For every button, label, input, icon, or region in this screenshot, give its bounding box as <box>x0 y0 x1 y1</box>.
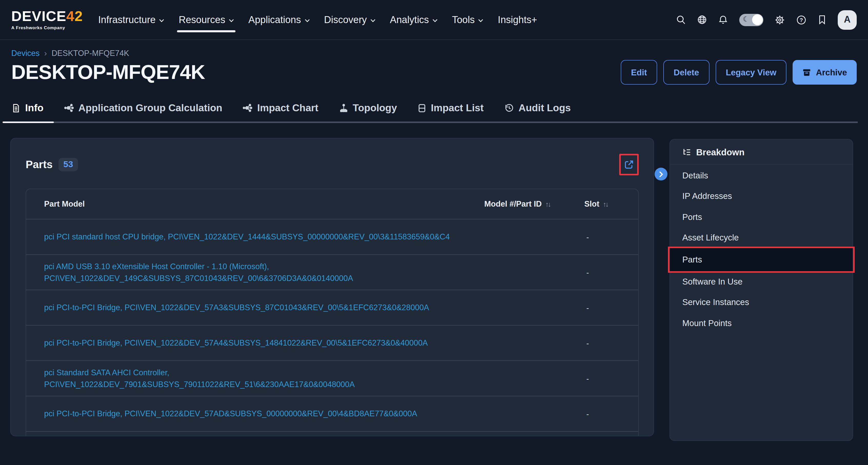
chevron-down-icon <box>432 19 438 22</box>
menu-item-discovery[interactable]: Discovery <box>317 0 383 40</box>
sort-icon[interactable]: ↑↓ <box>603 200 608 208</box>
svg-text:?: ? <box>800 17 803 23</box>
table-row: pci PCI standard host CPU bridge, PCI\VE… <box>26 220 638 255</box>
logo-tagline: A Freshworks Company <box>11 26 83 30</box>
user-avatar[interactable]: A <box>838 10 857 30</box>
sidebar-item-parts[interactable]: Parts <box>670 248 852 271</box>
menu-item-analytics[interactable]: Analytics <box>383 0 445 40</box>
slot-cell: - <box>584 374 638 383</box>
edit-button[interactable]: Edit <box>621 60 657 85</box>
part-model-link[interactable]: pci PCI standard host CPU bridge, PCI\VE… <box>26 231 484 243</box>
breadcrumb: Devices › DESKTOP-MFQE74K <box>11 49 857 58</box>
menu-item-infrastructure[interactable]: Infrastructure <box>91 0 172 40</box>
device-tabs: Info Application Group Calculation Impac… <box>10 98 858 123</box>
content-panels: Parts 53 Part Model Model #/Part ID↑↓ Sl… <box>10 138 858 441</box>
archive-button[interactable]: Archive <box>793 60 857 85</box>
menu-item-resources[interactable]: Resources <box>172 0 241 40</box>
settings-gear-icon[interactable] <box>775 14 785 25</box>
tab-application-group-calculation[interactable]: Application Group Calculation <box>63 98 223 122</box>
column-part-model: Part Model <box>26 199 484 209</box>
menu-item-applications[interactable]: Applications <box>241 0 317 40</box>
column-slot[interactable]: Slot↑↓ <box>584 199 638 209</box>
parts-table: Part Model Model #/Part ID↑↓ Slot↑↓ pci … <box>26 189 639 436</box>
tab-topology[interactable]: Topology <box>338 98 398 122</box>
parts-panel: Parts 53 Part Model Model #/Part ID↑↓ Sl… <box>10 138 654 436</box>
sidebar-item-asset-lifecycle[interactable]: Asset Lifecycle <box>670 227 852 248</box>
device42-app: DEVICE42 A Freshworks Company Infrastruc… <box>0 0 868 465</box>
main-menu: Infrastructure Resources Applications Di… <box>91 0 544 40</box>
toggle-knob <box>752 14 763 25</box>
breakdown-sidebar: Breakdown Details IP Addresses Ports Ass… <box>670 139 853 441</box>
part-model-link[interactable]: pci AMD USB 3.10 eXtensible Host Control… <box>26 260 484 284</box>
tab-impact-list[interactable]: Impact List <box>416 98 485 122</box>
sidebar-collapse-button[interactable] <box>655 168 668 180</box>
chevron-right-icon <box>659 171 663 177</box>
page-header: DESKTOP-MFQE74K Edit Delete Legacy View … <box>11 60 857 85</box>
delete-button[interactable]: Delete <box>663 60 709 85</box>
bookmark-icon[interactable] <box>818 15 827 25</box>
page-title: DESKTOP-MFQE74K <box>11 61 205 84</box>
list-tree-icon <box>682 148 691 157</box>
sitemap-icon <box>339 103 348 112</box>
breadcrumb-current: DESKTOP-MFQE74K <box>52 49 129 58</box>
table-row: pci Standard SATA AHCI Controller, PCI\V… <box>26 361 638 396</box>
table-row: pci PCI-to-PCI Bridge, PCI\VEN_1022&DEV_… <box>26 290 638 326</box>
sidebar-item-service-instances[interactable]: Service Instances <box>670 292 852 313</box>
breadcrumb-separator: › <box>44 49 47 58</box>
sidebar-item-software-in-use[interactable]: Software In Use <box>670 271 852 292</box>
tab-impact-chart[interactable]: Impact Chart <box>242 98 319 122</box>
moon-icon: ☾ <box>743 14 749 23</box>
part-model-link[interactable]: pci Standard SATA AHCI Controller, PCI\V… <box>26 367 484 390</box>
chevron-down-icon <box>159 19 164 22</box>
history-icon <box>504 103 514 113</box>
part-model-link[interactable]: pci PCI-to-PCI Bridge, PCI\VEN_1022&DEV_… <box>26 337 484 349</box>
chevron-down-icon <box>370 19 375 22</box>
sidebar-item-mount-points[interactable]: Mount Points <box>670 313 852 333</box>
slot-cell: - <box>584 339 638 347</box>
node-network-icon <box>64 103 73 113</box>
help-icon[interactable]: ? <box>796 14 806 25</box>
device42-logo[interactable]: DEVICE42 A Freshworks Company <box>11 9 83 30</box>
sidebar-item-ip-addresses[interactable]: IP Addresses <box>670 186 852 207</box>
search-icon[interactable] <box>676 15 686 25</box>
sort-icon[interactable]: ↑↓ <box>545 200 550 208</box>
external-link-icon <box>624 160 634 170</box>
chevron-down-icon <box>229 19 234 22</box>
tab-info[interactable]: Info <box>10 98 44 122</box>
globe-icon[interactable] <box>697 15 707 25</box>
breakdown-header: Breakdown <box>670 139 852 165</box>
document-icon <box>11 103 21 112</box>
parts-count-badge: 53 <box>58 158 78 171</box>
nav-utilities: ☾ ? A <box>676 10 857 30</box>
breadcrumb-devices-link[interactable]: Devices <box>11 49 39 58</box>
notifications-bell-icon[interactable] <box>718 15 728 25</box>
logo-wordmark: DEVICE42 <box>11 9 83 24</box>
menu-item-tools[interactable]: Tools <box>445 0 491 40</box>
part-model-link[interactable]: pci PCI-to-PCI Bridge, PCI\VEN_1022&DEV_… <box>26 302 484 314</box>
chevron-down-icon <box>478 19 484 22</box>
part-model-link[interactable]: pci PCI-to-PCI Bridge, PCI\VEN_1022&DEV_… <box>26 408 484 420</box>
page-actions: Edit Delete Legacy View Archive <box>621 60 857 85</box>
column-model-part-id[interactable]: Model #/Part ID↑↓ <box>484 199 584 209</box>
sidebar-item-ports[interactable]: Ports <box>670 207 852 227</box>
table-row: pci PCI-to-PCI Bridge, PCI\VEN_1022&DEV_… <box>26 326 638 361</box>
open-parts-external-button[interactable] <box>619 154 639 175</box>
sidebar-item-details[interactable]: Details <box>670 165 852 186</box>
slot-cell: - <box>584 303 638 312</box>
node-network-icon <box>243 103 253 113</box>
table-row: pci PCI-to-PCI Bridge, PCI\VEN_1022&DEV_… <box>26 396 638 432</box>
chevron-down-icon <box>305 19 310 22</box>
theme-toggle[interactable]: ☾ <box>739 13 763 26</box>
menu-item-insights[interactable]: Insights+ <box>491 0 544 40</box>
parts-panel-header: Parts 53 <box>26 154 639 175</box>
breakdown-list: Details IP Addresses Ports Asset Lifecyc… <box>670 165 852 333</box>
stacked-rows-icon <box>417 103 426 112</box>
legacy-view-button[interactable]: Legacy View <box>715 60 787 85</box>
archive-icon <box>803 68 811 77</box>
slot-cell: - <box>584 232 638 241</box>
table-row-clipped <box>26 432 638 436</box>
parts-title: Parts <box>26 158 53 171</box>
tab-audit-logs[interactable]: Audit Logs <box>503 98 572 122</box>
table-row: pci AMD USB 3.10 eXtensible Host Control… <box>26 255 638 290</box>
parts-table-header: Part Model Model #/Part ID↑↓ Slot↑↓ <box>26 189 638 220</box>
